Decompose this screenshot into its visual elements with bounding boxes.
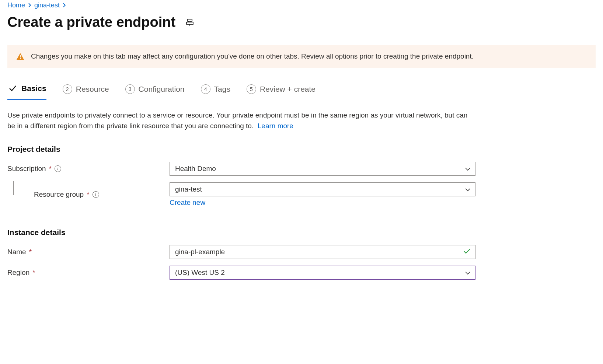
- info-icon[interactable]: i: [55, 165, 61, 172]
- step-number-icon: 4: [201, 84, 210, 94]
- svg-rect-1: [187, 22, 193, 24]
- chevron-down-icon: [465, 185, 471, 193]
- breadcrumb-item[interactable]: gina-test: [34, 1, 60, 9]
- intro-body: Use private endpoints to privately conne…: [7, 111, 467, 130]
- tab-label: Configuration: [139, 85, 185, 94]
- warning-text: Changes you make on this tab may affect …: [31, 52, 474, 60]
- svg-rect-0: [188, 19, 192, 21]
- chevron-down-icon: [465, 269, 471, 277]
- chevron-right-icon: [28, 3, 31, 8]
- name-input[interactable]: gina-pl-example: [170, 245, 475, 259]
- pin-icon[interactable]: [186, 18, 194, 27]
- region-value: (US) West US 2: [175, 269, 225, 277]
- valid-check-icon: [463, 248, 471, 256]
- tab-tags[interactable]: 4 Tags: [201, 84, 230, 99]
- info-icon[interactable]: i: [93, 191, 99, 198]
- step-number-icon: 2: [63, 84, 72, 94]
- check-icon: [7, 83, 18, 94]
- resource-group-label: Resource group: [34, 190, 84, 199]
- required-indicator: *: [32, 269, 35, 277]
- tab-label: Tags: [214, 85, 230, 94]
- intro-text: Use private endpoints to privately conne…: [7, 110, 472, 132]
- subscription-select[interactable]: Health Demo: [170, 162, 475, 176]
- breadcrumb-home[interactable]: Home: [7, 1, 25, 9]
- tab-label: Review + create: [260, 85, 316, 94]
- chevron-down-icon: [465, 165, 471, 173]
- tab-label: Resource: [76, 85, 109, 94]
- page-title: Create a private endpoint: [7, 14, 175, 30]
- region-select[interactable]: (US) West US 2: [170, 266, 475, 280]
- subscription-value: Health Demo: [175, 165, 216, 173]
- warning-icon: [16, 52, 24, 60]
- step-number-icon: 3: [125, 84, 135, 94]
- subscription-label: Subscription: [7, 165, 46, 173]
- required-indicator: *: [29, 248, 32, 256]
- required-indicator: *: [87, 190, 89, 199]
- create-new-link[interactable]: Create new: [170, 199, 205, 207]
- tab-review-create[interactable]: 5 Review + create: [247, 84, 316, 99]
- tab-resource[interactable]: 2 Resource: [63, 84, 109, 99]
- name-value: gina-pl-example: [175, 248, 225, 256]
- breadcrumb: Home gina-test: [7, 0, 596, 14]
- name-label: Name: [7, 248, 26, 256]
- section-instance-details: Instance details: [7, 228, 596, 237]
- tab-label: Basics: [21, 84, 46, 93]
- wizard-tabs: Basics 2 Resource 3 Configuration 4 Tags…: [7, 83, 596, 100]
- svg-rect-5: [20, 55, 21, 57]
- svg-rect-6: [20, 58, 21, 59]
- resource-group-select[interactable]: gina-test: [170, 182, 475, 196]
- step-number-icon: 5: [247, 84, 256, 94]
- learn-more-link[interactable]: Learn more: [258, 122, 293, 130]
- required-indicator: *: [49, 165, 52, 173]
- chevron-right-icon: [63, 3, 66, 8]
- tab-configuration[interactable]: 3 Configuration: [125, 84, 185, 99]
- warning-banner: Changes you make on this tab may affect …: [7, 45, 596, 68]
- section-project-details: Project details: [7, 145, 596, 154]
- resource-group-value: gina-test: [175, 185, 202, 193]
- region-label: Region: [7, 269, 29, 277]
- tab-basics[interactable]: Basics: [7, 83, 46, 100]
